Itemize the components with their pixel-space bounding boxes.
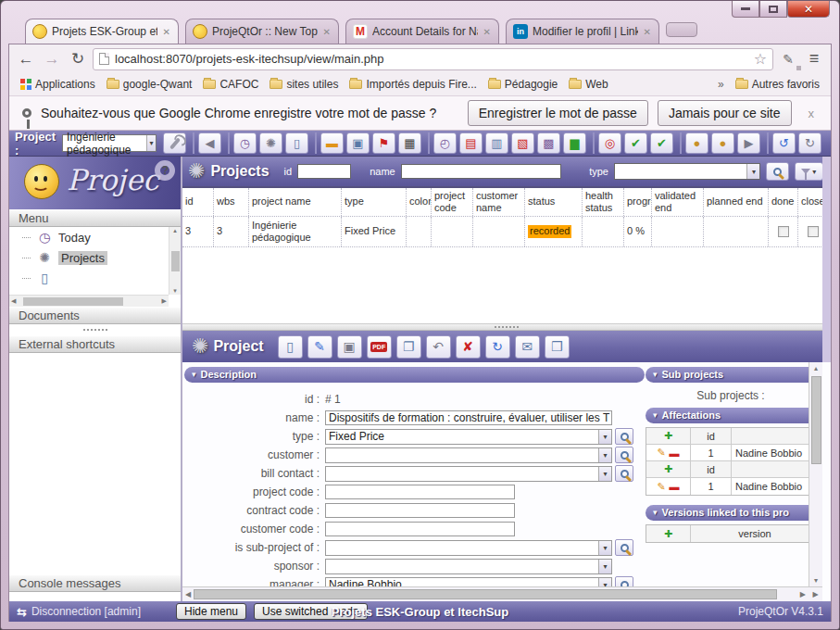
scroll-corner[interactable]: ▶	[809, 586, 822, 601]
scrollbar-thumb[interactable]	[23, 297, 123, 306]
scrollbar-thumb[interactable]	[811, 376, 821, 464]
disconnection-link[interactable]: ⇆ Disconnection [admin]	[17, 605, 141, 619]
url-text[interactable]: localhost:8070/projets-esk-itechsup/view…	[115, 52, 748, 66]
bookmarks-overflow-icon[interactable]: »	[714, 78, 728, 91]
email-button[interactable]: ✉	[515, 335, 540, 359]
refresh-button[interactable]: ↻	[485, 335, 510, 359]
scroll-right-icon[interactable]: ▶	[800, 590, 806, 598]
chevron-down-icon[interactable]: ▾	[598, 541, 611, 555]
chrome-menu-icon[interactable]: ≡	[803, 48, 825, 70]
column-header[interactable]: health status	[583, 188, 624, 216]
incomes-button[interactable]: ●	[711, 132, 734, 154]
bookmark-star-icon[interactable]: ☆	[754, 50, 767, 68]
clone-button[interactable]: ❒	[545, 335, 570, 359]
sidebar-item-projects[interactable]: ✺ Projects	[9, 247, 181, 268]
redo-button[interactable]: ↻	[798, 132, 821, 154]
affectation-row[interactable]: ✎ ▬ 1 Nadine Bobbio	[646, 445, 815, 461]
menu-horizontal-scrollbar[interactable]: ◀ ▶	[9, 295, 169, 307]
chevron-down-icon[interactable]: ▾	[146, 135, 156, 151]
table-row[interactable]: 3 3 Ingénierie pédagogique Fixed Price r…	[182, 217, 831, 247]
section-drag-handle[interactable]	[9, 324, 181, 335]
save-password-button[interactable]: Enregistrer le mot de passe	[468, 100, 648, 126]
column-header[interactable]: type	[342, 188, 407, 216]
contract-code-input[interactable]	[325, 503, 515, 518]
hide-menu-button[interactable]: Hide menu	[176, 603, 246, 620]
type-search-button[interactable]	[615, 428, 633, 445]
chevron-down-icon[interactable]: ▾	[746, 164, 759, 179]
scroll-left-icon[interactable]: ◀	[185, 590, 191, 598]
planning-button[interactable]: ◴	[433, 132, 457, 154]
tab-linkedin[interactable]: in Modifier le profil | Linked ✕	[506, 19, 659, 44]
column-header[interactable]: wbs	[214, 188, 249, 216]
projects-button[interactable]: ✺	[259, 132, 282, 154]
documents-section-header[interactable]: Documents	[9, 307, 181, 324]
chevron-down-icon[interactable]: ▾	[598, 448, 611, 462]
edit-pencil-icon[interactable]: ✎	[657, 481, 665, 493]
column-header[interactable]: status	[525, 188, 583, 216]
add-icon[interactable]: ✚	[664, 528, 672, 540]
tab-close-icon[interactable]: ✕	[483, 27, 492, 37]
sponsor-select[interactable]: ▾	[325, 559, 612, 574]
scroll-right-icon[interactable]: ▶	[162, 297, 167, 305]
menu-section-header[interactable]: Menu	[9, 209, 181, 227]
tab-new-topic[interactable]: ProjeQtOr :: New Topic ✕	[185, 19, 339, 44]
remove-icon[interactable]: ▬	[670, 481, 680, 492]
column-header[interactable]: project name	[249, 188, 342, 216]
tab-projets-esk[interactable]: Projets ESK-Group et Itec ✕	[25, 19, 179, 44]
add-icon[interactable]: ✚	[664, 430, 672, 442]
back-navigation-button[interactable]: ◀	[198, 132, 221, 154]
bookmark-importes[interactable]: Importés depuis Fire...	[345, 76, 480, 93]
sub-projects-header[interactable]: ▾ Sub projects	[646, 367, 816, 383]
project-select[interactable]: Ingénierie pédagogique ▾	[62, 134, 157, 152]
customer-code-input[interactable]	[325, 522, 515, 536]
new-tab-button[interactable]	[666, 22, 697, 37]
tickets-button[interactable]: ▬	[320, 132, 344, 154]
other-bookmarks[interactable]: Autres favoris	[732, 76, 823, 93]
search-button[interactable]	[766, 162, 788, 181]
column-header[interactable]: planned end	[704, 188, 769, 216]
undo-button[interactable]: ↺	[772, 132, 796, 154]
back-icon[interactable]: ←	[15, 48, 37, 70]
column-header[interactable]: validated end	[652, 188, 704, 216]
pdf-button[interactable]: PDF	[367, 335, 392, 359]
undo-button[interactable]: ↶	[426, 335, 451, 359]
minimize-button[interactable]	[732, 1, 759, 18]
documents-button[interactable]: ▯	[285, 132, 308, 154]
customer-select[interactable]: ▾	[325, 447, 612, 463]
closed-checkbox[interactable]	[808, 226, 819, 237]
name-input[interactable]: Dispositifs de formation : construire, é…	[325, 410, 612, 425]
gantt-resource-button[interactable]: ▥	[485, 132, 508, 154]
meetings-button[interactable]: ✔	[650, 132, 673, 154]
save-button[interactable]: ✎	[307, 335, 332, 359]
bookmark-pedagogie[interactable]: Pédagogie	[484, 76, 561, 93]
affectation-row[interactable]: ✎ ▬ 1 Nadine Bobbio	[646, 478, 815, 495]
todo-button[interactable]: ✔	[624, 132, 647, 154]
project-code-input[interactable]	[325, 485, 515, 499]
goals-button[interactable]: ◎	[598, 132, 621, 154]
remove-icon[interactable]: ▬	[670, 447, 680, 459]
global-planning-button[interactable]: ▩	[537, 132, 560, 154]
versions-header[interactable]: ▾ Versions linked to this pro	[646, 505, 816, 521]
today-button[interactable]: ◷	[233, 132, 257, 154]
filter-button[interactable]: ▾	[795, 162, 823, 181]
customer-search-button[interactable]	[615, 447, 633, 463]
menu-vertical-scrollbar[interactable]: ▴ ▾	[169, 227, 181, 295]
scroll-down-icon[interactable]: ▾	[173, 287, 177, 295]
tab-gmail[interactable]: M Account Details for Nadi ✕	[345, 19, 499, 44]
affectations-header[interactable]: ▾ Affectations	[646, 408, 816, 423]
new-button[interactable]: ▯	[278, 335, 303, 359]
scroll-down-icon[interactable]: ▾	[814, 576, 818, 585]
resource-planning-button[interactable]: ▧	[511, 132, 534, 154]
chevron-down-icon[interactable]: ▾	[598, 467, 611, 481]
milestones-button[interactable]: ⚑	[372, 132, 395, 154]
tab-close-icon[interactable]: ✕	[162, 27, 171, 37]
chevron-down-icon[interactable]: ▾	[598, 430, 611, 444]
bill-contact-search-button[interactable]	[615, 465, 633, 482]
never-for-site-button[interactable]: Jamais pour ce site	[658, 100, 792, 126]
edit-project-button[interactable]	[163, 132, 186, 154]
add-icon[interactable]: ✚	[664, 463, 672, 475]
address-bar[interactable]: localhost:8070/projets-esk-itechsup/view…	[93, 48, 773, 70]
gantt-button[interactable]: ▤	[459, 132, 483, 154]
forward-icon[interactable]: →	[41, 48, 63, 70]
tab-close-icon[interactable]: ✕	[322, 27, 332, 37]
